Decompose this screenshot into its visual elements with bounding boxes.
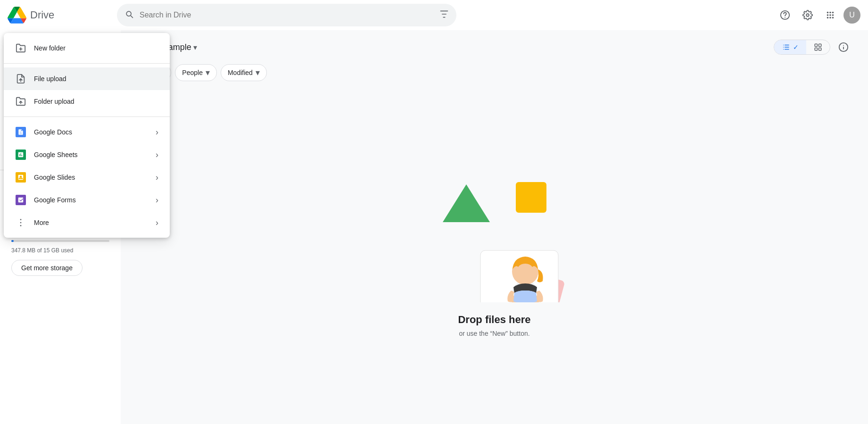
apps-button[interactable] [821,6,840,25]
dropdown-menu: New folder File upload Folder upload Goo… [4,33,170,238]
svg-point-6 [829,14,831,16]
menu-item-google-forms-label: Google Forms [34,196,148,204]
toolbar-right: ✓ [774,38,853,57]
storage-bar-bg [11,240,109,242]
svg-point-10 [832,17,834,19]
svg-rect-18 [815,48,817,50]
svg-marker-21 [443,184,490,222]
list-view-icon [782,43,790,51]
search-icon [124,9,134,21]
menu-item-file-upload-label: File upload [34,75,158,83]
svg-point-1 [785,17,785,18]
empty-illustration [424,170,565,302]
get-more-storage-button[interactable]: Get more storage [11,260,83,276]
svg-point-2 [827,12,829,14]
filter-people-chip[interactable]: People ▾ [175,64,217,81]
empty-state: Drop files here or use the “New” button. [136,92,853,415]
content-toolbar: Drive › Sample ▾ ✓ [136,38,853,57]
header-right: U [776,6,860,25]
svg-rect-16 [815,44,817,46]
list-view-check: ✓ [793,43,799,51]
avatar[interactable]: U [843,7,860,24]
grid-view-button[interactable] [806,40,830,54]
menu-item-google-slides-label: Google Slides [34,174,148,181]
svg-rect-19 [819,48,821,50]
google-sheets-icon [15,150,26,160]
storage-section: 347.8 MB of 15 GB used Get more storage [0,231,121,282]
menu-item-google-sheets-label: Google Sheets [34,151,148,158]
view-toggle: ✓ [774,40,830,55]
new-folder-icon [15,43,26,53]
filter-people-arrow: ▾ [206,67,210,78]
list-view-button[interactable]: ✓ [774,40,806,54]
menu-divider-2 [4,116,170,117]
svg-point-34 [20,219,22,220]
app-title: Drive [30,9,54,21]
filter-bar: Type ▾ People ▾ Modified ▾ [136,64,853,81]
search-input[interactable] [140,11,434,19]
svg-rect-17 [819,44,821,46]
menu-item-more[interactable]: More › [4,211,170,234]
svg-point-8 [827,17,829,19]
svg-point-9 [829,17,831,19]
file-upload-icon [15,74,26,84]
info-icon [838,42,849,52]
folder-upload-icon [15,96,26,107]
storage-bar-fill [11,240,14,242]
svg-point-5 [827,14,829,16]
menu-item-new-folder[interactable]: New folder [4,37,170,59]
content-area: Drive › Sample ▾ ✓ [121,30,868,424]
menu-item-google-docs[interactable]: Google Docs › [4,121,170,143]
help-button[interactable] [776,6,794,25]
settings-button[interactable] [798,6,817,25]
menu-item-google-docs-label: Google Docs [34,128,148,136]
empty-illustration-svg [424,170,565,302]
grid-view-icon [814,43,822,51]
menu-divider-1 [4,63,170,64]
menu-item-more-label: More [34,219,148,226]
breadcrumb-dropdown-arrow: ▾ [193,43,197,52]
menu-item-google-slides[interactable]: Google Slides › [4,166,170,189]
drop-title: Drop files here [458,314,530,326]
drive-logo-icon [8,6,26,25]
svg-point-36 [20,225,22,226]
header: Drive U [0,0,868,30]
menu-item-folder-upload-label: Folder upload [34,98,158,105]
more-icon [15,217,26,228]
info-button[interactable] [834,38,853,57]
filter-modified-chip[interactable]: Modified ▾ [221,64,267,81]
search-filter-icon[interactable] [439,9,449,21]
google-sheets-arrow: › [156,150,158,160]
menu-item-file-upload[interactable]: File upload [4,67,170,90]
google-forms-arrow: › [156,195,158,205]
google-slides-icon [15,172,26,183]
filter-people-label: People [182,69,203,76]
svg-point-4 [832,12,834,14]
google-slides-arrow: › [156,173,158,183]
svg-point-7 [832,14,834,16]
menu-item-google-forms[interactable]: Google Forms › [4,189,170,211]
svg-rect-22 [516,182,546,213]
filter-modified-label: Modified [228,69,253,76]
storage-used-text: 347.8 MB of 15 GB used [11,247,73,254]
google-forms-icon [15,195,26,205]
google-docs-arrow: › [156,127,158,137]
more-arrow: › [156,218,158,228]
menu-item-new-folder-label: New folder [34,44,158,52]
menu-item-google-sheets[interactable]: Google Sheets › [4,143,170,166]
logo-area[interactable]: Drive [8,6,111,25]
svg-point-35 [20,222,22,224]
drop-subtitle: or use the “New” button. [459,330,529,337]
search-bar[interactable] [117,4,456,26]
menu-item-folder-upload[interactable]: Folder upload [4,90,170,113]
svg-point-3 [829,12,831,14]
filter-modified-arrow: ▾ [256,67,260,78]
google-docs-icon [15,127,26,137]
